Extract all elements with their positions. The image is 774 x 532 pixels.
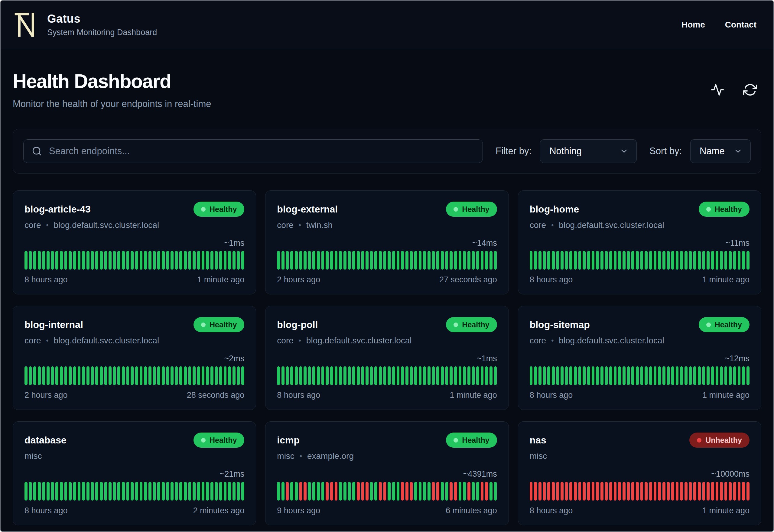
uptime-bar-ok (135, 482, 138, 501)
uptime-bar-ok (592, 366, 595, 385)
uptime-bar-ok (330, 251, 333, 270)
endpoint-group: core (530, 220, 546, 230)
uptime-bar-ok (202, 251, 205, 270)
uptime-bar-ok (197, 482, 200, 501)
latency-label: ~11ms (530, 238, 750, 248)
endpoint-card[interactable]: blog-sitemap Healthy core • blog.default… (518, 306, 761, 410)
uptime-bar-ok (645, 366, 648, 385)
endpoint-card[interactable]: blog-home Healthy core • blog.default.sv… (518, 190, 761, 294)
uptime-bar-fail (631, 482, 634, 501)
uptime-bar-ok (733, 251, 736, 270)
endpoint-meta: misc (530, 451, 750, 461)
uptime-bar-ok (711, 366, 714, 385)
oldest-timestamp: 8 hours ago (530, 391, 573, 400)
uptime-bar-ok (397, 366, 400, 385)
endpoint-card[interactable]: nas Unhealthy misc ~10000ms 8 hours ago … (518, 421, 761, 525)
uptime-bar-ok (233, 482, 236, 501)
status-badge: Healthy (446, 317, 497, 332)
uptime-bar-ok (113, 482, 116, 501)
endpoint-card[interactable]: blog-internal Healthy core • blog.defaul… (13, 306, 256, 410)
uptime-bar-ok (352, 366, 355, 385)
uptime-bar-fail (405, 482, 408, 501)
endpoint-card[interactable]: blog-external Healthy core • twin.sh ~14… (265, 190, 509, 294)
uptime-bar-ok (405, 366, 408, 385)
uptime-bar-ok (428, 251, 431, 270)
uptime-bar-ok (547, 366, 550, 385)
endpoint-card[interactable]: blog-poll Healthy core • blog.default.sv… (265, 306, 509, 410)
status-label: Unhealthy (705, 436, 742, 445)
uptime-bar-ok (335, 251, 338, 270)
uptime-bar-ok (184, 366, 187, 385)
status-badge: Healthy (446, 433, 497, 448)
filter-select[interactable]: Nothing (540, 139, 637, 163)
card-header: blog-sitemap Healthy (530, 317, 750, 332)
uptime-bar-fail (742, 482, 745, 501)
latency-label: ~12ms (530, 354, 750, 363)
search-input[interactable] (23, 139, 483, 163)
uptime-bar-ok (281, 482, 285, 501)
uptime-bar-ok (166, 251, 169, 270)
endpoint-card[interactable]: database Healthy misc ~21ms 8 hours ago … (13, 421, 256, 525)
uptime-bar-fail (578, 482, 581, 501)
uptime-bar-fail (609, 482, 612, 501)
uptime-bar-ok (441, 366, 444, 385)
status-label: Healthy (462, 205, 489, 214)
endpoint-card[interactable]: icmp Healthy misc • example.org ~4391ms … (265, 421, 509, 525)
uptime-bar-ok (162, 366, 165, 385)
uptime-bar-ok (100, 251, 103, 270)
status-badge: Healthy (193, 317, 244, 332)
nav-home[interactable]: Home (681, 20, 705, 30)
sort-value: Name (700, 146, 725, 157)
uptime-bar-fail (335, 482, 338, 501)
uptime-bar-ok (459, 251, 462, 270)
uptime-bar-ok (91, 482, 94, 501)
uptime-bar-ok (317, 251, 320, 270)
uptime-bar-ok (64, 366, 67, 385)
uptime-bar-ok (171, 366, 174, 385)
uptime-bar-ok (117, 251, 120, 270)
uptime-bar-ok (241, 366, 244, 385)
uptime-bar-fail (432, 482, 435, 501)
uptime-bar-fail (467, 482, 470, 501)
uptime-bars (530, 482, 750, 501)
uptime-bar-ok (454, 366, 457, 385)
uptime-bar-ok (489, 251, 493, 270)
endpoint-card[interactable]: blog-article-43 Healthy core • blog.defa… (13, 190, 256, 294)
uptime-bar-ok (587, 366, 590, 385)
uptime-bar-fail (618, 482, 621, 501)
status-label: Healthy (462, 436, 489, 445)
uptime-bar-ok (370, 482, 373, 501)
status-dot-icon (706, 207, 711, 212)
uptime-bar-fail (738, 482, 741, 501)
uptime-bar-ok (658, 251, 661, 270)
oldest-timestamp: 9 hours ago (277, 506, 320, 515)
hero: Health Dashboard Monitor the health of y… (13, 70, 761, 109)
endpoint-meta: core • blog.default.svc.cluster.local (24, 336, 244, 345)
endpoint-meta: core • blog.default.svc.cluster.local (530, 220, 750, 230)
card-footer: 2 hours ago 27 seconds ago (277, 275, 497, 284)
endpoint-host: blog.default.svc.cluster.local (306, 336, 412, 345)
endpoint-meta: core • blog.default.svc.cluster.local (24, 220, 244, 230)
activity-icon[interactable] (711, 83, 724, 97)
uptime-bar-fail (530, 482, 533, 501)
status-label: Healthy (462, 320, 489, 329)
uptime-bar-ok (157, 366, 160, 385)
uptime-bar-ok (459, 482, 462, 501)
refresh-icon[interactable] (743, 83, 757, 97)
uptime-bar-ok (95, 251, 98, 270)
status-dot-icon (201, 207, 206, 212)
uptime-bar-ok (117, 482, 120, 501)
uptime-bar-ok (175, 482, 178, 501)
nav-contact[interactable]: Contact (725, 20, 756, 30)
uptime-bar-ok (623, 251, 626, 270)
sort-select[interactable]: Name (690, 139, 751, 163)
endpoint-host: twin.sh (306, 220, 333, 230)
uptime-bar-ok (290, 251, 293, 270)
uptime-bar-fail (587, 482, 590, 501)
uptime-bar-fail (605, 482, 608, 501)
uptime-bar-ok (317, 366, 320, 385)
uptime-bar-ok (614, 251, 617, 270)
uptime-bar-ok (38, 251, 41, 270)
uptime-bar-ok (534, 251, 537, 270)
uptime-bar-ok (583, 251, 586, 270)
